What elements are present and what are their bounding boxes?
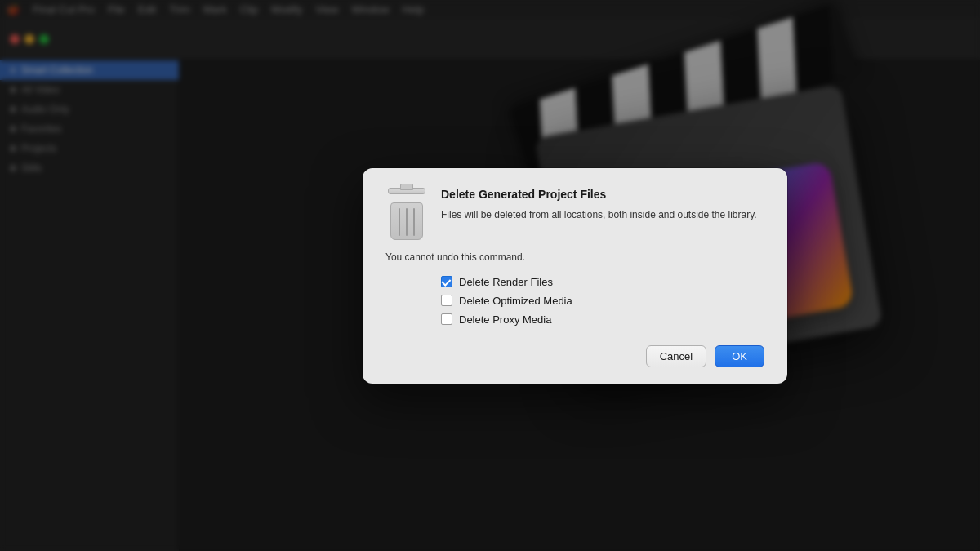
checkbox-group: Delete Render Files Delete Optimized Med… xyxy=(441,276,764,326)
checkbox-optimized-media-input[interactable] xyxy=(441,295,452,306)
delete-dialog: Delete Generated Project Files Files wil… xyxy=(363,168,787,384)
checkbox-optimized-media-label: Delete Optimized Media xyxy=(459,295,572,307)
checkbox-render-files[interactable]: Delete Render Files xyxy=(441,276,764,288)
checkbox-render-files-input[interactable] xyxy=(441,276,452,287)
checkbox-proxy-media-label: Delete Proxy Media xyxy=(459,313,551,326)
dialog-title: Delete Generated Project Files xyxy=(441,188,764,201)
checkbox-render-files-label: Delete Render Files xyxy=(459,276,553,288)
dialog-description: Files will be deleted from all locations… xyxy=(441,207,764,222)
checkbox-proxy-media-input[interactable] xyxy=(441,313,452,325)
trash-icon xyxy=(385,188,428,238)
dialog-header: Delete Generated Project Files Files wil… xyxy=(385,188,764,238)
cancel-button[interactable]: Cancel xyxy=(646,345,706,367)
dialog-buttons: Cancel OK xyxy=(385,342,764,367)
trash-line xyxy=(399,208,400,236)
trash-line xyxy=(413,208,415,236)
checkbox-proxy-media[interactable]: Delete Proxy Media xyxy=(441,313,764,326)
trash-body xyxy=(390,202,423,240)
trash-lid xyxy=(388,188,425,194)
trash-lines xyxy=(391,203,422,239)
dialog-warning: You cannot undo this command. xyxy=(385,251,764,263)
dialog-title-area: Delete Generated Project Files Files wil… xyxy=(441,188,764,222)
trash-line xyxy=(406,208,408,236)
checkbox-optimized-media[interactable]: Delete Optimized Media xyxy=(441,295,764,307)
ok-button[interactable]: OK xyxy=(715,345,764,367)
